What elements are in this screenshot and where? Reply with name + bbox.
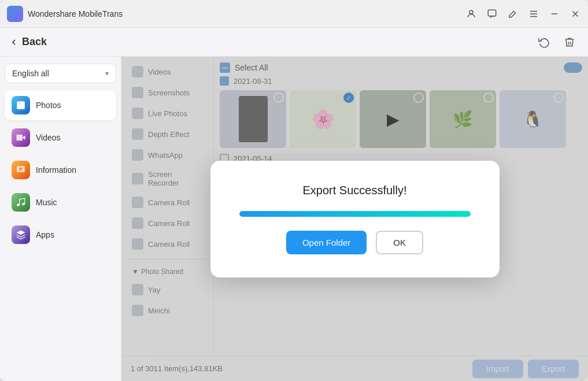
videos-label: Videos [36, 133, 61, 142]
photos-icon [12, 96, 30, 114]
toolbar-actions [535, 33, 579, 51]
main-content: English all ▾ Photos Videos Informat [0, 57, 588, 381]
language-dropdown[interactable]: English all ▾ [5, 64, 116, 83]
chevron-down-icon: ▾ [105, 69, 109, 77]
sidebar: English all ▾ Photos Videos Informat [0, 57, 121, 381]
edit-icon[interactable] [507, 8, 519, 20]
apps-icon [12, 225, 30, 244]
app-title: Wondershare MobileTrans [28, 9, 465, 19]
minimize-button[interactable] [549, 8, 560, 20]
svg-point-16 [22, 203, 25, 206]
progress-bar-fill [239, 211, 471, 217]
sidebar-item-videos[interactable]: Videos [5, 123, 116, 153]
modal-title: Export Successfully! [302, 184, 406, 197]
sidebar-item-music[interactable]: Music [5, 187, 116, 217]
photos-label: Photos [36, 101, 61, 110]
close-button[interactable] [569, 8, 581, 20]
profile-icon[interactable] [465, 8, 477, 20]
chat-icon[interactable] [486, 8, 498, 20]
svg-point-15 [17, 204, 20, 206]
svg-marker-11 [23, 135, 25, 140]
progress-bar-container [239, 211, 471, 217]
music-icon [12, 193, 30, 212]
dropdown-label: English all [12, 69, 49, 78]
svg-point-9 [19, 103, 20, 104]
title-bar: Wondershare MobileTrans [0, 0, 588, 28]
apps-label: Apps [36, 230, 54, 239]
svg-point-0 [469, 10, 473, 14]
sidebar-item-apps[interactable]: Apps [5, 220, 116, 250]
back-button[interactable]: Back [9, 36, 47, 48]
sidebar-item-information[interactable]: Information [5, 155, 116, 185]
modal-buttons: Open Folder OK [286, 231, 423, 254]
modal-overlay: Export Successfully! Open Folder OK [121, 57, 588, 381]
ok-button[interactable]: OK [376, 231, 423, 254]
refresh-button[interactable] [535, 33, 553, 51]
open-folder-button[interactable]: Open Folder [286, 231, 367, 254]
app-icon [7, 6, 23, 22]
svg-rect-10 [17, 135, 23, 141]
title-bar-controls [465, 8, 581, 20]
information-icon [12, 161, 30, 179]
information-label: Information [36, 165, 76, 175]
export-success-modal: Export Successfully! Open Folder OK [210, 161, 500, 278]
svg-rect-12 [17, 166, 25, 172]
content-wrapper: Videos Screenshots Live Photos Dept [121, 57, 588, 381]
menu-icon[interactable] [528, 8, 539, 20]
sidebar-item-photos[interactable]: Photos [5, 90, 116, 120]
toolbar: Back [0, 28, 588, 57]
music-label: Music [36, 198, 57, 207]
delete-button[interactable] [560, 33, 579, 51]
videos-icon [12, 128, 30, 147]
svg-rect-1 [488, 10, 496, 16]
